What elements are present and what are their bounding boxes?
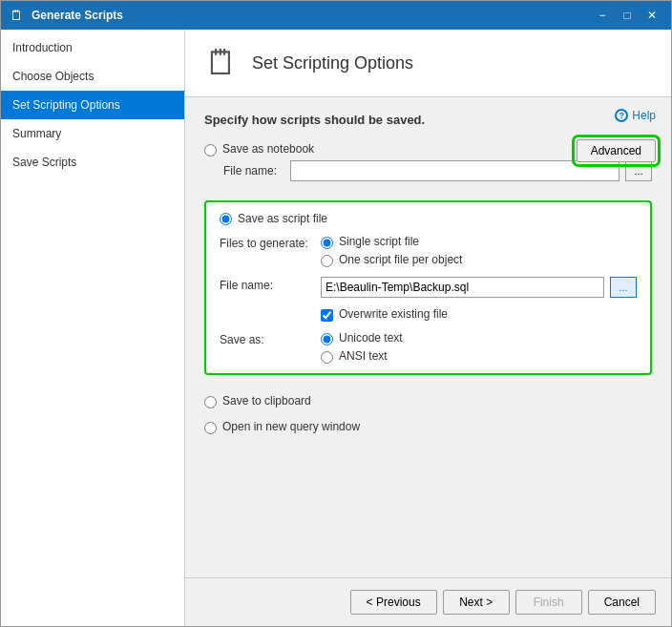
previous-button[interactable]: < Previous [350,590,437,615]
save-to-clipboard-row: Save to clipboard [204,394,652,408]
save-as-label: Save as: [220,331,315,346]
instruction-text: Specify how scripts should be saved. [204,113,652,127]
open-query-label[interactable]: Open in new query window [222,420,360,433]
save-as-notebook-label[interactable]: Save as notebook [222,142,314,156]
save-as-script-label[interactable]: Save as script file [238,212,327,225]
sidebar-item-summary[interactable]: Summary [1,119,184,148]
cancel-button[interactable]: Cancel [588,590,656,615]
ansi-radio[interactable] [321,351,333,364]
header-icon: 🗒 [204,43,239,83]
advanced-btn-container: Advanced [577,139,656,162]
help-icon: ? [615,109,628,122]
content-area: Introduction Choose Objects Set Scriptin… [1,30,671,626]
save-to-clipboard-radio[interactable] [204,396,217,408]
save-as-script-radio[interactable] [220,213,232,225]
overwrite-label[interactable]: Overwrite existing file [339,307,448,321]
single-script-row: Single script file [321,235,637,249]
script-options-body: Files to generate: Single script file On… [220,235,637,364]
save-as-notebook-radio[interactable] [204,144,217,157]
maximize-button[interactable]: □ [616,6,639,25]
main-panel: 🗒 Set Scripting Options ? Help Specify h… [185,30,671,626]
close-button[interactable]: ✕ [640,6,663,25]
title-bar-controls: − □ ✕ [591,6,663,25]
one-per-object-label[interactable]: One script file per object [339,253,462,266]
sidebar-item-save-scripts[interactable]: Save Scripts [1,148,184,177]
notebook-browse-button[interactable]: ... [625,160,652,181]
notebook-filename-label: File name: [223,164,284,178]
page-title: Set Scripting Options [252,53,413,73]
overwrite-row: Overwrite existing file [220,307,637,322]
window-icon: 🗒 [9,8,24,23]
save-to-clipboard-label[interactable]: Save to clipboard [222,394,311,408]
notebook-filename-row: File name: ... [223,160,652,181]
main-window: 🗒 Generate Scripts − □ ✕ Introduction Ch… [0,0,672,627]
minimize-button[interactable]: − [591,6,614,25]
script-filename-content: ... [321,277,637,298]
one-per-object-radio[interactable] [321,255,333,267]
script-browse-button[interactable]: ... [610,277,637,298]
page-header: 🗒 Set Scripting Options [185,30,671,97]
script-filename-label: File name: [220,277,315,292]
notebook-filename-input[interactable] [290,160,620,181]
next-button[interactable]: Next > [443,590,510,615]
advanced-button[interactable]: Advanced [577,139,656,162]
sidebar-item-choose-objects[interactable]: Choose Objects [1,62,184,91]
single-script-radio[interactable] [321,237,333,249]
finish-button[interactable]: Finish [515,590,582,615]
single-script-label[interactable]: Single script file [339,235,419,248]
sidebar-item-set-scripting-options[interactable]: Set Scripting Options [1,91,184,119]
open-query-row: Open in new query window [204,420,652,434]
script-file-section: Save as script file Files to generate: S… [204,200,652,375]
script-filename-row: File name: ... [220,277,637,298]
open-query-radio[interactable] [204,422,217,434]
files-to-generate-options: Single script file One script file per o… [321,235,637,267]
unicode-radio[interactable] [321,333,333,345]
files-to-generate-row: Files to generate: Single script file On… [220,235,637,267]
unicode-row: Unicode text [321,331,637,345]
page-body: ? Help Specify how scripts should be sav… [185,97,671,577]
save-as-row: Save as: Unicode text ANSI text [220,331,637,364]
one-per-object-row: One script file per object [321,253,637,267]
ansi-row: ANSI text [321,349,637,364]
save-as-script-header: Save as script file [220,212,637,225]
overwrite-option: Overwrite existing file [321,307,448,322]
footer: < Previous Next > Finish Cancel [185,577,671,626]
help-link[interactable]: ? Help [615,109,656,122]
unicode-label[interactable]: Unicode text [339,331,403,345]
files-to-generate-label: Files to generate: [220,235,315,250]
overwrite-checkbox[interactable] [321,309,333,322]
sidebar-item-introduction[interactable]: Introduction [1,33,184,62]
ansi-label[interactable]: ANSI text [339,349,388,363]
window-title: Generate Scripts [32,9,583,22]
title-bar: 🗒 Generate Scripts − □ ✕ [1,1,671,30]
sidebar: Introduction Choose Objects Set Scriptin… [1,30,185,626]
script-filename-input[interactable] [321,277,604,298]
options-container: Save as notebook File name: ... Save as … [204,142,652,434]
save-as-options: Unicode text ANSI text [321,331,637,364]
